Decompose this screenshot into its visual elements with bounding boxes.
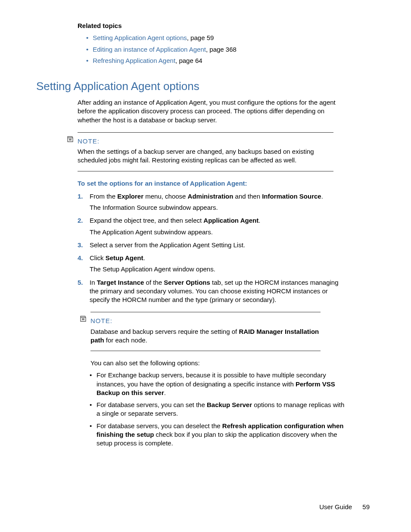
step-result: The Application Agent subwindow appears. bbox=[90, 228, 346, 236]
step-text: From the Explorer menu, choose Administr… bbox=[90, 193, 323, 200]
step-result: The Setup Application Agent window opens… bbox=[90, 265, 346, 274]
option-item: For database servers, you can set the Ba… bbox=[90, 401, 346, 418]
options-list: For Exchange backup servers, because it … bbox=[90, 371, 346, 448]
note-icon bbox=[66, 135, 74, 143]
related-topics-heading: Related topics bbox=[78, 22, 359, 30]
related-topic-item: Refreshing Application Agent, page 64 bbox=[86, 56, 359, 65]
section-heading: Setting Application Agent options bbox=[36, 79, 359, 94]
related-topic-suffix: , page 64 bbox=[175, 57, 202, 64]
note-block: NOTE: Database and backup servers requir… bbox=[90, 312, 321, 351]
step-text: Expand the object tree, and then select … bbox=[90, 217, 260, 224]
option-item: For Exchange backup servers, because it … bbox=[90, 371, 346, 397]
step-item: 5. In Target Instance of the Server Opti… bbox=[78, 278, 346, 305]
related-topic-suffix: , page 368 bbox=[206, 46, 237, 53]
step-number: 3. bbox=[78, 241, 83, 249]
step-item: 3. Select a server from the Application … bbox=[78, 241, 346, 249]
step-text: In Target Instance of the Server Options… bbox=[90, 279, 339, 304]
footer-title: User Guide bbox=[319, 503, 352, 510]
note-text: Database and backup servers require the … bbox=[90, 327, 321, 345]
document-page: Related topics Setting Application Agent… bbox=[0, 0, 411, 532]
step-text: Click Setup Agent. bbox=[90, 254, 145, 261]
related-topics-block: Related topics Setting Application Agent… bbox=[78, 22, 359, 65]
step-number: 1. bbox=[78, 192, 83, 201]
page-footer: User Guide 59 bbox=[319, 503, 370, 511]
step-number: 2. bbox=[78, 216, 83, 225]
note-text: When the settings of a backup server are… bbox=[78, 147, 333, 165]
link-refreshing-agent[interactable]: Refreshing Application Agent bbox=[93, 57, 175, 64]
section-intro: After adding an instance of Application … bbox=[78, 98, 346, 124]
related-topic-item: Setting Application Agent options, page … bbox=[86, 34, 359, 42]
step-text: Select a server from the Application Age… bbox=[90, 241, 245, 249]
step-number: 4. bbox=[78, 254, 83, 262]
step-number: 5. bbox=[78, 278, 83, 287]
step-item: 2. Expand the object tree, and then sele… bbox=[78, 216, 346, 236]
page-number: 59 bbox=[362, 503, 370, 510]
related-topics-list: Setting Application Agent options, page … bbox=[78, 34, 359, 65]
procedure-heading: To set the options for an instance of Ap… bbox=[78, 179, 359, 188]
step-item: 4. Click Setup Agent. The Setup Applicat… bbox=[78, 254, 346, 274]
steps-list: 1. From the Explorer menu, choose Admini… bbox=[78, 192, 346, 305]
note-label: NOTE: bbox=[78, 137, 333, 146]
note-icon bbox=[79, 315, 87, 323]
option-item: For database servers, you can deselect t… bbox=[90, 422, 346, 448]
related-topic-suffix: , page 59 bbox=[187, 34, 214, 41]
link-setting-options[interactable]: Setting Application Agent options bbox=[93, 34, 187, 41]
link-editing-instance[interactable]: Editing an instance of Application Agent bbox=[93, 46, 206, 53]
note-label: NOTE: bbox=[90, 317, 321, 325]
step-item: 1. From the Explorer menu, choose Admini… bbox=[78, 192, 346, 212]
related-topic-item: Editing an instance of Application Agent… bbox=[86, 45, 359, 54]
also-text: You can also set the following options: bbox=[90, 359, 333, 367]
note-block: NOTE: When the settings of a backup serv… bbox=[78, 132, 333, 171]
step-result: The Information Source subwindow appears… bbox=[90, 203, 346, 212]
